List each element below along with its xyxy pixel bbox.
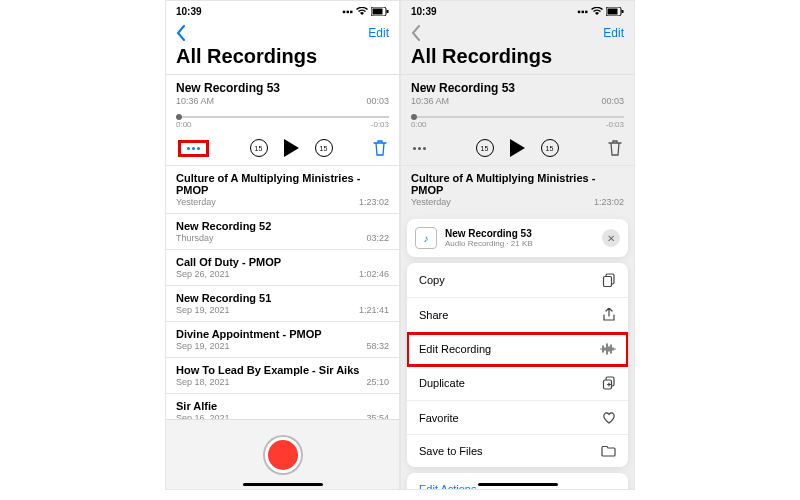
signal-icon: ▪▪▪: [577, 6, 588, 17]
svg-rect-7: [604, 277, 612, 287]
list-item[interactable]: How To Lead By Example - Sir Aiks Sep 18…: [166, 357, 399, 393]
status-time: 10:39: [176, 6, 202, 17]
phone-right: 10:39 ▪▪▪ Edit All Recordings New Record…: [400, 0, 635, 490]
more-icon[interactable]: [413, 147, 426, 150]
expanded-recording: New Recording 53 10:36 AM 00:03 0:00 -0:…: [401, 75, 634, 165]
scrubber[interactable]: [176, 116, 389, 118]
action-favorite[interactable]: Favorite: [407, 401, 628, 435]
list-item[interactable]: Divine Appointment - PMOP Sep 19, 202158…: [166, 321, 399, 357]
action-share[interactable]: Share: [407, 298, 628, 333]
record-button[interactable]: [265, 437, 301, 473]
page-title: All Recordings: [166, 45, 399, 74]
trash-icon[interactable]: [608, 140, 622, 156]
battery-icon: [371, 7, 389, 16]
status-bar: 10:39 ▪▪▪: [401, 1, 634, 21]
scrub-start: 0:00: [176, 120, 192, 129]
action-save-to-files[interactable]: Save to Files: [407, 435, 628, 467]
duplicate-icon: [602, 376, 616, 390]
recording-duration: 00:03: [366, 96, 389, 106]
audio-file-icon: ♪: [415, 227, 437, 249]
skip-forward-icon[interactable]: 15: [315, 139, 333, 157]
home-indicator[interactable]: [243, 483, 323, 486]
svg-rect-5: [622, 10, 624, 13]
action-duplicate[interactable]: Duplicate: [407, 366, 628, 401]
scrub-end: -0:03: [371, 120, 389, 129]
edit-button[interactable]: Edit: [368, 26, 389, 40]
battery-icon: [606, 7, 624, 16]
list-item[interactable]: Call Of Duty - PMOP Sep 26, 20211:02:46: [166, 249, 399, 285]
close-icon[interactable]: ✕: [602, 229, 620, 247]
list-item[interactable]: Culture of A Multiplying Ministries - PM…: [166, 165, 399, 213]
home-indicator[interactable]: [478, 483, 558, 486]
share-header-card: ♪ New Recording 53 Audio Recording · 21 …: [407, 219, 628, 257]
back-chevron-icon[interactable]: [176, 25, 186, 41]
copy-icon: [602, 273, 616, 287]
svg-rect-4: [608, 8, 618, 14]
back-chevron-icon[interactable]: [411, 25, 421, 41]
expanded-recording: New Recording 53 10:36 AM 00:03 0:00 -0:…: [166, 75, 399, 165]
record-bar: [166, 419, 399, 489]
recording-title: New Recording 53: [411, 81, 624, 95]
nav-bar: Edit: [166, 21, 399, 45]
list-item[interactable]: New Recording 51 Sep 19, 20211:21:41: [166, 285, 399, 321]
more-icon[interactable]: [187, 147, 200, 150]
scrubber-knob[interactable]: [411, 114, 417, 120]
share-subtitle: Audio Recording · 21 KB: [445, 239, 594, 248]
more-button-highlight: [178, 140, 209, 157]
edit-actions-button[interactable]: Edit Actions...: [407, 473, 628, 490]
scrubber-knob[interactable]: [176, 114, 182, 120]
heart-icon: [602, 411, 616, 424]
share-icon: [602, 308, 616, 322]
playback-controls: 15 15: [250, 139, 333, 157]
status-icons: ▪▪▪: [342, 6, 389, 17]
wifi-icon: [591, 7, 603, 16]
playback-controls: 15 15: [476, 139, 559, 157]
scrub-start: 0:00: [411, 120, 427, 129]
svg-rect-2: [387, 10, 389, 13]
phone-left: 10:39 ▪▪▪ Edit All Recordings New Record…: [165, 0, 400, 490]
skip-back-icon[interactable]: 15: [476, 139, 494, 157]
status-time: 10:39: [411, 6, 437, 17]
play-icon[interactable]: [284, 139, 299, 157]
scrub-end: -0:03: [606, 120, 624, 129]
recording-title: New Recording 53: [176, 81, 389, 95]
scrubber[interactable]: [411, 116, 624, 118]
skip-forward-icon[interactable]: 15: [541, 139, 559, 157]
action-copy[interactable]: Copy: [407, 263, 628, 298]
status-bar: 10:39 ▪▪▪: [166, 1, 399, 21]
skip-back-icon[interactable]: 15: [250, 139, 268, 157]
recording-time: 10:36 AM: [411, 96, 449, 106]
trash-icon[interactable]: [373, 140, 387, 156]
recording-list: Culture of A Multiplying Ministries - PM…: [166, 165, 399, 429]
waveform-icon: [600, 343, 616, 355]
action-sheet: Copy Share Edit Recording Duplicate: [407, 263, 628, 467]
status-icons: ▪▪▪: [577, 6, 624, 17]
recording-time: 10:36 AM: [176, 96, 214, 106]
action-edit-recording[interactable]: Edit Recording: [407, 333, 628, 366]
signal-icon: ▪▪▪: [342, 6, 353, 17]
recording-duration: 00:03: [601, 96, 624, 106]
page-title: All Recordings: [401, 45, 634, 74]
nav-bar: Edit: [401, 21, 634, 45]
wifi-icon: [356, 7, 368, 16]
list-item[interactable]: New Recording 52 Thursday03:22: [166, 213, 399, 249]
svg-rect-1: [373, 8, 383, 14]
list-item[interactable]: Culture of A Multiplying Ministries - PM…: [401, 165, 634, 213]
share-title: New Recording 53: [445, 228, 594, 239]
edit-button[interactable]: Edit: [603, 26, 624, 40]
play-icon[interactable]: [510, 139, 525, 157]
folder-icon: [601, 445, 616, 457]
